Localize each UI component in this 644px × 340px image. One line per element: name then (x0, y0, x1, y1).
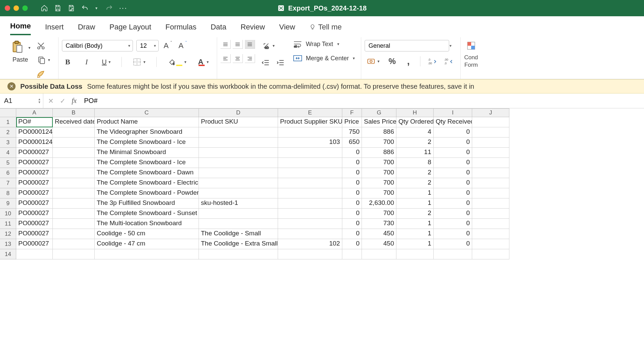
cell[interactable]: 0 (434, 198, 472, 209)
cell[interactable]: Coolidge - 47 cm (95, 239, 199, 249)
cell[interactable]: 886 (362, 127, 396, 137)
cell[interactable]: PO000027 (16, 229, 53, 239)
cell[interactable]: 0 (434, 168, 472, 178)
underline-button[interactable]: U▾ (100, 56, 113, 68)
cell[interactable]: The Videographer Snowboard (95, 127, 199, 137)
cell[interactable]: 2 (396, 137, 434, 148)
cell[interactable]: 700 (362, 188, 396, 198)
warning-close-button[interactable]: ✕ (7, 82, 16, 90)
cell[interactable] (472, 188, 509, 198)
cell[interactable] (95, 249, 199, 259)
paste-icon[interactable] (10, 40, 24, 56)
row-header[interactable]: 13 (0, 239, 16, 249)
number-format-select[interactable] (365, 40, 449, 51)
font-name-select[interactable] (62, 40, 133, 51)
cell[interactable]: 103 (278, 137, 342, 148)
row-header[interactable]: 2 (0, 127, 16, 137)
row-header[interactable]: 7 (0, 178, 16, 188)
row-header[interactable]: 12 (0, 229, 16, 239)
cell[interactable]: 450 (362, 229, 396, 239)
cell[interactable] (278, 198, 342, 209)
cell[interactable]: Product Supplier SKU (278, 117, 342, 127)
cell[interactable]: The Complete Snowboard - Electric (95, 178, 199, 188)
align-middle-button[interactable] (233, 40, 243, 49)
cell[interactable] (472, 127, 509, 137)
cell[interactable] (199, 249, 278, 259)
cell[interactable]: 700 (362, 158, 396, 168)
italic-button[interactable]: I (81, 56, 92, 68)
cell[interactable]: Qty Ordered (396, 117, 434, 127)
name-box[interactable]: A1 ▲▼ (0, 93, 43, 108)
align-bottom-button[interactable] (245, 40, 255, 49)
cell[interactable]: The Complete Snowboard - Powder (95, 188, 199, 198)
decrease-font-button[interactable]: Aˇ (177, 40, 188, 51)
cell[interactable]: Price (342, 117, 362, 127)
cell[interactable]: 0 (434, 219, 472, 229)
cell[interactable] (199, 178, 278, 188)
cell[interactable]: 0 (434, 137, 472, 148)
row-header[interactable]: 11 (0, 219, 16, 229)
cell[interactable]: PO000027 (16, 148, 53, 158)
cell[interactable]: The Complete Snowboard - Ice (95, 137, 199, 148)
increase-decimal-button[interactable]: .0.00 (427, 56, 438, 67)
save-as-icon[interactable] (68, 4, 75, 12)
formula-input[interactable] (81, 93, 644, 108)
cell[interactable] (472, 137, 509, 148)
tab-view[interactable]: View (279, 19, 295, 35)
decrease-indent-button[interactable] (260, 57, 271, 68)
cell[interactable] (278, 229, 342, 239)
cell[interactable] (278, 158, 342, 168)
cell[interactable]: Sales Price (362, 117, 396, 127)
cell[interactable]: 750 (342, 127, 362, 137)
cell[interactable]: 0 (342, 209, 362, 219)
row-header[interactable]: 14 (0, 249, 16, 259)
align-top-button[interactable] (221, 40, 231, 49)
cell[interactable] (199, 219, 278, 229)
cell[interactable]: Coolidge - 50 cm (95, 229, 199, 239)
cell[interactable]: sku-hosted-1 (199, 198, 278, 209)
fullscreen-window-button[interactable] (22, 5, 28, 11)
undo-icon[interactable] (81, 4, 89, 12)
cell[interactable] (472, 229, 509, 239)
tab-data[interactable]: Data (211, 19, 226, 35)
col-header-A[interactable]: A (16, 108, 53, 117)
cell[interactable] (278, 148, 342, 158)
tab-review[interactable]: Review (240, 19, 265, 35)
cell[interactable]: 102 (278, 239, 342, 249)
cell[interactable] (472, 219, 509, 229)
cancel-edit-icon[interactable]: ✕ (48, 97, 54, 105)
name-box-stepper[interactable]: ▲▼ (38, 98, 41, 104)
cell[interactable]: 700 (362, 178, 396, 188)
fill-color-button[interactable]: ▾ (165, 56, 188, 68)
cell[interactable] (472, 117, 509, 127)
conditional-formatting-icon[interactable] (465, 40, 477, 51)
cell[interactable] (278, 168, 342, 178)
cell[interactable]: 2,630.00 (362, 198, 396, 209)
cell[interactable]: PO000027 (16, 188, 53, 198)
cell[interactable]: Received date (53, 117, 95, 127)
bold-button[interactable]: B (62, 56, 73, 68)
cell[interactable] (278, 209, 342, 219)
cell[interactable]: 11 (396, 148, 434, 158)
cell[interactable] (53, 127, 95, 137)
cell[interactable]: 0 (434, 209, 472, 219)
cell[interactable]: 0 (434, 178, 472, 188)
col-header-B[interactable]: B (53, 108, 95, 117)
cell[interactable] (53, 158, 95, 168)
tell-me-search[interactable]: Tell me (309, 19, 342, 35)
cell[interactable]: 0 (434, 239, 472, 249)
cell[interactable]: Product SKU (199, 117, 278, 127)
cell[interactable]: 1 (396, 188, 434, 198)
cell[interactable] (278, 219, 342, 229)
cell[interactable] (53, 229, 95, 239)
cell[interactable]: 0 (342, 188, 362, 198)
cell[interactable]: 886 (362, 148, 396, 158)
cell[interactable] (53, 239, 95, 249)
cell[interactable]: PO0000124 (16, 137, 53, 148)
cell[interactable]: The Complete Snowboard - Sunset (95, 209, 199, 219)
merge-center-button[interactable]: Merge & Center▾ (293, 54, 355, 62)
cell[interactable]: 700 (362, 137, 396, 148)
cell[interactable] (199, 158, 278, 168)
select-all-corner[interactable] (0, 108, 16, 117)
more-icon[interactable]: ··· (119, 4, 127, 13)
